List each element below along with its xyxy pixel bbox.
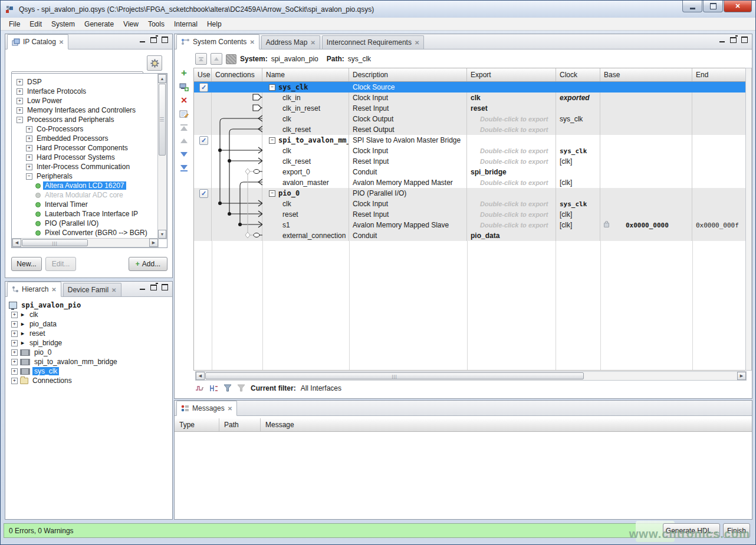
tree-item[interactable]: +Co-Processors [12, 124, 159, 134]
collapse-icon[interactable]: − [269, 137, 275, 144]
hierarchy-item[interactable]: +►clk [9, 310, 172, 319]
hierarchy-item[interactable]: +pio_0 [9, 348, 172, 357]
export-name[interactable]: clk [467, 94, 481, 102]
collapse-icon[interactable]: − [269, 84, 275, 91]
use-checkbox[interactable]: ✓ [199, 83, 208, 92]
tab-close-icon[interactable]: ✕ [415, 39, 419, 46]
tree-item[interactable]: Altera Avalon LCD 16207 [12, 181, 159, 190]
tree-item[interactable]: −Peripherals [12, 171, 159, 181]
expand-icon[interactable]: + [17, 88, 23, 95]
panel-maximize-icon[interactable] [162, 285, 168, 290]
export-placeholder[interactable]: Double-click to export [467, 200, 548, 207]
hierarchy-root[interactable]: spi_avalon_pio [9, 300, 172, 310]
tab-close-icon[interactable]: ✕ [310, 39, 315, 46]
collapse-icon[interactable]: − [17, 117, 23, 123]
move-top-button[interactable] [179, 123, 189, 132]
col-type[interactable]: Type [175, 418, 219, 431]
column-header-end[interactable]: End [692, 68, 746, 81]
tree-item[interactable]: +Hard Processor Systems [12, 153, 159, 162]
panel-minimize-icon[interactable] [719, 37, 725, 43]
hierarchy-item[interactable]: +►spi_bridge [9, 338, 172, 348]
clock-value[interactable]: [clk] [556, 179, 572, 187]
table-vscrollbar[interactable] [745, 68, 752, 371]
edit-button[interactable]: Edit... [45, 257, 76, 271]
clock-value[interactable]: sys_clk [556, 147, 587, 155]
tree-item[interactable]: +Low Power [12, 96, 159, 105]
export-name[interactable]: spi_bridge [467, 168, 507, 176]
tree-item[interactable]: +Embedded Processors [12, 134, 159, 143]
tab-address-map[interactable]: Address Map ✕ [261, 35, 320, 49]
expand-icon[interactable]: + [17, 107, 23, 114]
table-row[interactable]: ✓−spi_to_avalon_mm_...SPI Slave to Avalo… [194, 135, 746, 146]
maximize-button[interactable] [703, 1, 723, 12]
scroll-left-icon[interactable]: ◀ [196, 372, 205, 380]
expand-icon[interactable]: + [26, 154, 32, 161]
use-checkbox[interactable]: ✓ [199, 136, 208, 145]
tree-item[interactable]: PIO (Parallel I/O) [12, 219, 159, 228]
signal-edges-icon[interactable] [209, 384, 219, 392]
table-row[interactable]: clk_resetReset InputDouble-click to expo… [194, 156, 746, 167]
search-options-button[interactable] [147, 55, 162, 71]
panel-maximize-icon[interactable] [162, 37, 168, 43]
table-row[interactable]: resetReset InputDouble-click to export[c… [194, 209, 746, 220]
expand-icon[interactable]: + [11, 359, 18, 365]
panel-minimize-icon[interactable] [139, 285, 146, 290]
export-placeholder[interactable]: Double-click to export [467, 158, 548, 165]
table-row[interactable]: clk_inClock Inputclkexported [194, 93, 746, 103]
scroll-right-icon[interactable]: ▶ [149, 239, 158, 247]
menu-generate[interactable]: Generate [80, 19, 119, 29]
table-hscrollbar[interactable]: ◀ ||| ▶ [195, 371, 747, 381]
table-row[interactable]: avalon_masterAvalon Memory Mapped Master… [194, 177, 746, 188]
expand-icon[interactable]: + [11, 349, 18, 356]
hierarchy-item[interactable]: +spi_to_avalon_mm_bridge [9, 357, 172, 366]
expand-icon[interactable]: + [11, 340, 18, 346]
expand-icon[interactable]: + [26, 126, 32, 133]
remove-button[interactable]: ✕ [179, 95, 189, 105]
add-component-button[interactable]: + [179, 68, 189, 78]
tab-ip-catalog[interactable]: IP Catalog ✕ [7, 34, 68, 49]
tree-item[interactable]: +Interface Protocols [12, 87, 159, 96]
table-row[interactable]: clkClock OutputDouble-click to exportsys… [194, 114, 746, 124]
export-placeholder[interactable]: Double-click to export [467, 179, 548, 186]
collapse-icon[interactable]: − [26, 173, 32, 180]
table-row[interactable]: ✓−pio_0PIO (Parallel I/O) [194, 188, 746, 199]
tree-item[interactable]: Altera Modular ADC core [12, 190, 159, 200]
clock-value[interactable]: [clk] [556, 210, 572, 219]
clock-value[interactable]: [clk] [556, 157, 572, 166]
menu-tools[interactable]: Tools [143, 19, 169, 29]
column-header-name[interactable]: Name [262, 68, 349, 81]
column-header-use[interactable]: Use [194, 68, 212, 81]
tab-hierarchy[interactable]: Hierarch ✕ [7, 282, 61, 297]
expand-icon[interactable]: + [11, 312, 18, 318]
edit-button-icon[interactable] [179, 109, 189, 118]
tab-close-icon[interactable]: ✕ [111, 287, 116, 293]
hierarchy-item[interactable]: +Connections [9, 376, 172, 385]
export-name[interactable]: reset [467, 104, 488, 113]
clock-value[interactable]: [clk] [556, 221, 572, 229]
export-placeholder[interactable]: Double-click to export [467, 222, 548, 229]
column-header-connections[interactable]: Connections [212, 68, 262, 81]
col-path[interactable]: Path [219, 418, 261, 431]
tab-system-contents[interactable]: System Contents ✕ [176, 34, 259, 49]
tab-device-family[interactable]: Device Famil ✕ [63, 283, 121, 296]
clock-crossing-icon[interactable] [195, 384, 205, 392]
table-row[interactable]: clk_resetReset OutputDouble-click to exp… [194, 124, 746, 135]
tree-item[interactable]: +Hard Processor Components [12, 143, 159, 153]
menu-system[interactable]: System [47, 19, 80, 29]
column-header-description[interactable]: Description [349, 68, 467, 81]
expand-icon[interactable]: + [17, 79, 23, 85]
scroll-down-icon[interactable]: ▼ [158, 230, 166, 239]
new-button[interactable]: New... [11, 257, 42, 271]
tab-close-icon[interactable]: ✕ [59, 39, 64, 45]
panel-float-icon[interactable] [730, 37, 737, 43]
move-bottom-button[interactable] [179, 163, 189, 173]
move-up-button[interactable] [211, 53, 222, 65]
use-checkbox[interactable]: ✓ [199, 189, 208, 198]
expand-icon[interactable]: + [17, 98, 23, 104]
move-to-top-button[interactable] [195, 53, 207, 65]
clock-value[interactable]: sys_clk [556, 115, 583, 123]
export-placeholder[interactable]: Double-click to export [467, 147, 548, 154]
move-up-arrow-button[interactable] [179, 136, 189, 146]
add-button[interactable]: + Add... [129, 257, 167, 271]
base-address[interactable]: 0x0000_0000 [612, 222, 669, 229]
